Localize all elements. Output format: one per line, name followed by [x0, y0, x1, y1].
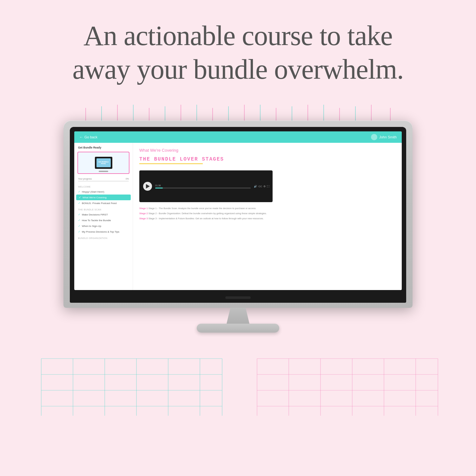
check-icon: ✓	[78, 213, 81, 216]
screen: ← Go back John Smith Get Bundle Ready	[74, 131, 402, 290]
monitor-inner-bezel: ← Go back John Smith Get Bundle Ready	[70, 127, 406, 303]
video-progress-bg	[155, 188, 251, 188]
course-thumbnail: GET BUNDLEReady	[77, 152, 129, 174]
thumbnail-monitor: GET BUNDLEReady	[95, 157, 112, 169]
video-timestamp: 01:38	[155, 184, 251, 187]
thumbnail-label: GET BUNDLEReady	[98, 161, 109, 165]
sidebar: Get Bundle Ready GET BUNDLEReady	[74, 143, 133, 290]
progress-section: Your progress 0%	[74, 176, 133, 183]
sidebar-item-label: Make Decisions FIRST	[82, 213, 108, 216]
thumbnail-screen: GET BUNDLEReady	[96, 158, 111, 167]
main-content: What We're Covering THE BUNDLE LOVER STA…	[133, 143, 402, 290]
go-back-label: Go back	[84, 135, 97, 139]
sidebar-item-what-covering[interactable]: ✓ What We're Covering	[76, 195, 131, 200]
video-controls-right: 🔊 CC ⚙ ⛶	[254, 185, 269, 188]
subtitle-underline	[139, 163, 203, 164]
sidebar-item-signup[interactable]: ✓ When to Sign-Up	[74, 223, 133, 229]
monitor-stand-neck	[219, 308, 257, 324]
sidebar-item-label: Heyyy! (Start Here!)	[82, 190, 104, 193]
cc-icon[interactable]: CC	[258, 185, 262, 188]
lesson-subtitle: THE BUNDLE LOVER STAGES	[139, 156, 395, 162]
sidebar-item-label: When to Sign-Up	[82, 225, 101, 228]
play-button[interactable]	[143, 182, 152, 191]
monitor-container: ← Go back John Smith Get Bundle Ready	[63, 121, 413, 333]
sidebar-item-tackle[interactable]: ✓ How To Tackle the Bundle	[74, 217, 133, 223]
sidebar-item-label: How To Tackle the Bundle	[82, 219, 111, 222]
thumbnail-stand	[99, 171, 108, 172]
section-welcome-label: WELCOME	[74, 183, 133, 189]
sidebar-item-process[interactable]: ✓ My Process Decisions & Top Tips	[74, 229, 133, 235]
headline-section: An actionable course to take away your b…	[0, 19, 476, 86]
sidebar-item-label: BONUS: Private Podcast Feed	[82, 202, 116, 205]
lesson-title: What We're Covering	[139, 148, 395, 153]
check-icon: ✓	[78, 190, 81, 193]
check-icon: ✓	[78, 224, 81, 228]
fullscreen-icon[interactable]: ⛶	[267, 185, 269, 188]
stage2-text: Stage 2 - Bundle Organization: Defeat th…	[149, 212, 267, 215]
course-title: Get Bundle Ready	[74, 146, 133, 150]
go-back-button[interactable]: ← Go back	[79, 135, 97, 139]
progress-label: Your progress 0%	[78, 178, 129, 180]
sidebar-item-heyyyy[interactable]: ✓ Heyyy! (Start Here!)	[74, 189, 133, 195]
sidebar-item-label: My Process Decisions & Top Tips	[82, 230, 119, 233]
monitor-stand-base	[197, 324, 279, 333]
check-icon: ✓	[78, 219, 81, 222]
screen-topbar: ← Go back John Smith	[74, 131, 402, 143]
video-progress-area: 01:38	[155, 184, 251, 188]
user-avatar	[371, 134, 377, 140]
stage1-text: Stage 1 - The Bundle Scan: Analyze the b…	[149, 207, 256, 210]
volume-icon[interactable]: 🔊	[254, 185, 257, 188]
imac-display: ← Go back John Smith Get Bundle Ready	[63, 121, 413, 333]
sidebar-item-decisions[interactable]: ✓ Make Decisions FIRST	[74, 212, 133, 217]
back-arrow-icon: ←	[79, 135, 83, 139]
headline-text: An actionable course to take away your b…	[0, 19, 476, 86]
video-player[interactable]: 01:38 🔊 CC ⚙ ⛶	[139, 170, 273, 202]
sidebar-item-bonus-podcast[interactable]: ✓ BONUS: Private Podcast Feed	[74, 200, 133, 206]
check-icon: ✓	[78, 202, 81, 205]
check-icon: ✓	[78, 230, 81, 233]
user-name: John Smith	[379, 135, 397, 139]
monitor-outer-bezel: ← Go back John Smith Get Bundle Ready	[63, 121, 413, 308]
screen-body: Get Bundle Ready GET BUNDLEReady	[74, 143, 402, 290]
lesson-content: Stage 1 Stage 1 - The Bundle Scan: Analy…	[139, 207, 395, 221]
section-bundle-org-label: BUNDLE ORGANIZATION	[74, 235, 133, 240]
user-info: John Smith	[371, 134, 397, 140]
sidebar-item-label: What We're Covering	[83, 196, 107, 199]
stage3-text: Stage 3 - Implementation & Future Bundle…	[149, 217, 264, 220]
settings-icon[interactable]: ⚙	[263, 185, 266, 188]
video-progress-fill	[155, 188, 163, 188]
play-icon	[146, 184, 150, 188]
check-icon: ✓	[79, 196, 81, 199]
section-bundle-scan-label: THE BUNDLE SCAN	[74, 206, 133, 212]
progress-bar-bg	[78, 181, 129, 182]
